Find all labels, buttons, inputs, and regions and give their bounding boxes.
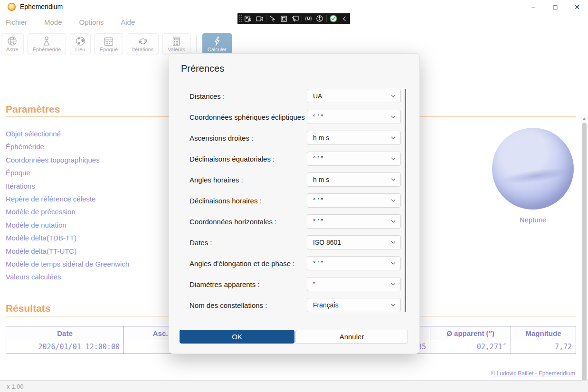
toolbar-button-ephemeride[interactable]: Éphéméride bbox=[28, 33, 66, 54]
declinaisons-horaires-select[interactable]: ° ′ ″ bbox=[307, 193, 401, 208]
chevron-down-icon bbox=[391, 303, 396, 307]
toolbar-button-astre[interactable]: Astre bbox=[1, 33, 24, 54]
link-objet-selectionne[interactable]: Objet sélectionné bbox=[6, 127, 129, 140]
toolbar-button-lieu[interactable]: Lieu bbox=[70, 33, 91, 54]
pref-label: Nom des constellations : bbox=[190, 301, 267, 309]
chevron-down-icon bbox=[391, 156, 396, 161]
parameters-heading: Paramètres bbox=[6, 104, 60, 115]
link-modele-precession[interactable]: Modèle de précession bbox=[6, 205, 129, 218]
toolbar-label: Astre bbox=[6, 47, 19, 52]
col-header-magnitude: Magnitude bbox=[511, 326, 576, 340]
link-coordonnees-topographiques[interactable]: Coordonnées topographiques bbox=[6, 153, 129, 166]
col-header-date: Date bbox=[6, 326, 124, 340]
neptune-image bbox=[492, 128, 574, 210]
link-iterations[interactable]: Itérations bbox=[6, 180, 129, 192]
chevron-down-icon bbox=[391, 135, 396, 140]
pref-row-coordonnees-horizontales: Coordonnées horizontales : ° ′ ″ bbox=[169, 214, 420, 229]
maximize-button[interactable]: □ bbox=[544, 0, 566, 14]
pref-label: Dates : bbox=[190, 239, 212, 247]
pref-row-coord-spheriques: Coordonnées sphériques écliptiques : ° ′… bbox=[169, 110, 420, 124]
pref-row-angles-horaires: Angles horaires : h m s bbox=[169, 172, 420, 187]
pref-label: Angles d'élongation et de phase : bbox=[190, 259, 294, 268]
main-scrollbar[interactable]: ▲ ▼ bbox=[581, 114, 588, 392]
select-value: UA bbox=[313, 92, 322, 100]
coord-spheriques-select[interactable]: ° ′ ″ bbox=[307, 110, 401, 124]
menu-fichier[interactable]: Fichier bbox=[6, 18, 27, 26]
toolbar-button-calculer[interactable]: Calculer bbox=[202, 33, 232, 54]
cell-magnitude: 7,72 bbox=[511, 340, 576, 354]
pref-row-nom-constellations: Nom des constellations : Français bbox=[169, 298, 420, 312]
region-select-icon[interactable] bbox=[279, 15, 289, 22]
scroll-up-icon[interactable]: ▲ bbox=[582, 116, 587, 121]
toolbar-label: Lieu bbox=[76, 47, 85, 52]
chevron-down-icon bbox=[391, 198, 396, 203]
app-title: Ephemeridium bbox=[20, 3, 63, 10]
menu-options[interactable]: Options bbox=[79, 18, 104, 26]
recorder-settings-icon[interactable] bbox=[243, 15, 253, 22]
collapse-icon[interactable] bbox=[339, 15, 349, 22]
link-valeurs-calculees[interactable]: Valeurs calculées bbox=[6, 270, 129, 283]
declinaisons-equatoriales-select[interactable]: ° ′ ″ bbox=[307, 152, 401, 166]
angles-elongation-select[interactable]: ° ′ ″ bbox=[307, 256, 401, 270]
distances-select[interactable]: UA bbox=[307, 89, 401, 103]
preferences-dialog: Prérences Distances : UA Coordonnées sph… bbox=[169, 53, 420, 354]
nom-constellations-select[interactable]: Français bbox=[307, 298, 401, 312]
link-modele-delta-tt-utc[interactable]: Modèle delta(TT-UTC) bbox=[6, 245, 129, 258]
toolbar-button-epoque[interactable]: Époque bbox=[95, 33, 123, 54]
credit-link[interactable]: © Ludovic Baillet - Ephemeridium bbox=[491, 370, 575, 377]
select-value: h m s bbox=[313, 134, 329, 142]
drag-handle-icon[interactable] bbox=[239, 15, 243, 22]
cell-date: 2026/01/01 12:00:00 bbox=[6, 340, 124, 354]
ascensions-droites-select[interactable]: h m s bbox=[307, 131, 401, 145]
select-value: ° ′ ″ bbox=[313, 218, 323, 225]
close-button[interactable]: ✕ bbox=[566, 0, 588, 14]
window-select-icon[interactable] bbox=[290, 15, 300, 22]
select-value: ° ′ ″ bbox=[313, 113, 323, 121]
confirm-icon[interactable] bbox=[328, 15, 338, 22]
angles-horaires-select[interactable]: h m s bbox=[307, 172, 401, 187]
diametres-apparents-select[interactable]: ″ bbox=[307, 277, 401, 291]
dialog-scrollbar-thumb[interactable] bbox=[405, 89, 406, 312]
toolbar-label: Itérations bbox=[132, 47, 153, 52]
ok-button[interactable]: OK bbox=[180, 330, 294, 344]
pref-row-ascensions-droites: Ascensions droites : h m s bbox=[169, 131, 420, 145]
link-modele-delta-tdb-tt[interactable]: Modèle delta(TDB-TT) bbox=[6, 231, 129, 244]
link-modele-temps-sideral[interactable]: Modèle de temps sidéral de Greenwich bbox=[6, 258, 129, 270]
parameters-link-list: Objet sélectionné Éphéméride Coordonnées… bbox=[6, 127, 129, 284]
minimize-button[interactable]: – bbox=[522, 0, 544, 14]
menu-mode[interactable]: Mode bbox=[44, 18, 62, 26]
toolbar-button-iterations[interactable]: Itérations bbox=[127, 33, 159, 54]
refresh-icon bbox=[138, 36, 148, 47]
scrollbar-thumb[interactable] bbox=[582, 123, 587, 392]
neptune-band bbox=[500, 165, 572, 187]
chevron-down-icon bbox=[391, 115, 396, 119]
accessibility-icon[interactable] bbox=[315, 15, 325, 22]
toolbar-button-valeurs[interactable]: Valeurs bbox=[162, 33, 190, 54]
pref-row-angles-elongation: Angles d'élongation et de phase : ° ′ ″ bbox=[169, 256, 420, 270]
link-modele-nutation[interactable]: Modèle de nutation bbox=[6, 219, 129, 231]
coordonnees-horizontales-select[interactable]: ° ′ ″ bbox=[307, 214, 401, 229]
cursor-icon[interactable] bbox=[268, 15, 278, 22]
pref-label: Ascensions droites : bbox=[190, 134, 253, 142]
pref-label: Diamètres apparents : bbox=[190, 280, 260, 288]
app-sun-icon bbox=[8, 3, 16, 11]
status-bar: x 1.00 bbox=[0, 380, 588, 392]
dates-select[interactable]: ISO 8601 bbox=[307, 235, 401, 249]
dialog-title: Prérences bbox=[181, 63, 224, 74]
pref-row-dates: Dates : ISO 8601 bbox=[169, 235, 420, 249]
audio-icon[interactable] bbox=[303, 15, 313, 22]
link-epoque[interactable]: Époque bbox=[6, 166, 129, 179]
pref-label: Coordonnées horizontales : bbox=[190, 218, 276, 226]
lightning-icon bbox=[214, 36, 220, 47]
pref-label: Distances : bbox=[190, 92, 225, 100]
pref-row-declinaisons-horaires: Déclinaisons horaires : ° ′ ″ bbox=[169, 193, 420, 208]
toolbar-label: Éphéméride bbox=[33, 47, 61, 52]
earth-icon bbox=[76, 36, 85, 47]
cancel-button[interactable]: Annuler bbox=[295, 330, 408, 344]
toolbar-separator bbox=[196, 35, 197, 52]
menu-aide[interactable]: Aide bbox=[121, 18, 135, 26]
map-pin-icon bbox=[42, 36, 51, 47]
video-camera-icon[interactable] bbox=[254, 15, 264, 22]
link-ephemeride[interactable]: Éphéméride bbox=[6, 140, 129, 153]
link-repere-reference-celeste[interactable]: Repère de référence céleste bbox=[6, 192, 129, 205]
